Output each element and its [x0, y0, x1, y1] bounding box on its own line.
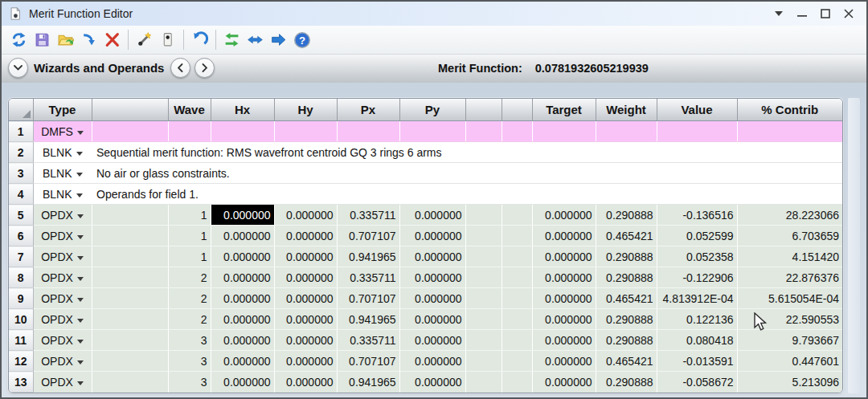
cell-contrib[interactable]: 5.213096 [737, 372, 842, 393]
help-icon[interactable]: ? [290, 28, 313, 51]
collapse-panel-button[interactable] [8, 58, 28, 78]
cell-py[interactable] [399, 121, 465, 142]
row-number[interactable]: 3 [9, 163, 33, 184]
row-number[interactable]: 8 [9, 267, 33, 288]
cell-hx[interactable]: 0.000000 [211, 288, 274, 309]
undo-icon[interactable] [188, 28, 211, 51]
cell-py[interactable]: 0.000000 [399, 309, 465, 330]
type-dropdown[interactable]: OPDX [33, 288, 92, 309]
cell-blank2[interactable] [502, 246, 532, 267]
cell-comment[interactable]: Sequential merit function: RMS wavefront… [92, 142, 842, 163]
window-menu-dropdown-icon[interactable] [771, 6, 787, 22]
nav-next-button[interactable] [194, 58, 215, 78]
cell-blank1[interactable] [465, 351, 502, 372]
cell-wave[interactable]: 3 [168, 330, 211, 351]
cell-hy[interactable]: 0.000000 [274, 267, 337, 288]
col-header-px[interactable]: Px [337, 99, 399, 121]
insert-operand-arrow-icon[interactable] [77, 28, 100, 51]
vertical-scrollbar-track[interactable] [848, 98, 860, 393]
col-header-wave[interactable]: Wave [168, 99, 211, 121]
col-header-weight[interactable]: Weight [596, 99, 657, 121]
nav-prev-button[interactable] [170, 58, 190, 78]
cell-target[interactable]: 0.000000 [532, 288, 596, 309]
cell-wave[interactable]: 1 [168, 205, 211, 226]
cell-hy[interactable]: 0.000000 [274, 205, 337, 226]
row-number[interactable]: 11 [9, 330, 33, 351]
cell-weight[interactable]: 0.290888 [596, 246, 657, 267]
cell-hx[interactable]: 0.000000 [211, 372, 274, 393]
cell-py[interactable]: 0.000000 [399, 330, 465, 351]
cell-target[interactable] [532, 121, 596, 142]
cell-px[interactable]: 0.941965 [337, 309, 399, 330]
cell-target[interactable]: 0.000000 [532, 372, 596, 393]
cell-contrib[interactable]: 6.703659 [737, 226, 842, 246]
cell-wave[interactable]: 2 [168, 288, 211, 309]
cell-weight[interactable]: 0.290888 [596, 267, 657, 288]
cell-param[interactable] [92, 351, 168, 372]
type-dropdown[interactable]: OPDX [33, 267, 92, 288]
cell-blank1[interactable] [465, 205, 502, 226]
col-header-target[interactable]: Target [532, 99, 596, 121]
cell-px[interactable]: 0.941965 [337, 246, 399, 267]
cell-weight[interactable] [596, 121, 657, 142]
cell-wave[interactable]: 1 [168, 226, 211, 246]
cell-hy[interactable]: 0.000000 [274, 351, 337, 372]
cell-blank2[interactable] [502, 309, 532, 330]
col-header-param[interactable] [92, 99, 168, 121]
cell-hx[interactable]: 0.000000 [211, 309, 274, 330]
cell-px[interactable] [337, 121, 399, 142]
cell-blank1[interactable] [465, 267, 502, 288]
wizards-panel-label[interactable]: Wizards and Operands [34, 61, 164, 75]
cell-hy[interactable]: 0.000000 [274, 372, 337, 393]
row-number[interactable]: 10 [9, 309, 33, 330]
cell-px[interactable]: 0.335711 [337, 267, 399, 288]
cell-blank1[interactable] [465, 121, 502, 142]
cell-hy[interactable]: 0.000000 [274, 330, 337, 351]
cell-value[interactable]: 4.813912E-04 [657, 288, 737, 309]
cell-value[interactable]: -0.013591 [657, 351, 737, 372]
cell-value[interactable]: -0.122906 [657, 267, 737, 288]
type-dropdown[interactable]: OPDX [33, 246, 92, 267]
cell-px[interactable]: 0.707107 [337, 288, 399, 309]
cell-value[interactable]: 0.080418 [657, 330, 737, 351]
cell-hx[interactable]: 0.000000 [211, 351, 274, 372]
cell-hy[interactable]: 0.000000 [274, 309, 337, 330]
row-number[interactable]: 6 [9, 226, 33, 246]
col-header-blank1[interactable] [465, 99, 502, 121]
cell-wave[interactable]: 3 [168, 351, 211, 372]
double-arrow-icon[interactable] [244, 28, 267, 51]
col-header-blank2[interactable] [502, 99, 532, 121]
cell-target[interactable]: 0.000000 [532, 205, 596, 226]
cell-px[interactable]: 0.335711 [337, 330, 399, 351]
cell-value[interactable]: -0.136516 [657, 205, 737, 226]
type-dropdown[interactable]: OPDX [33, 351, 92, 372]
cell-weight[interactable]: 0.465421 [596, 288, 657, 309]
type-dropdown[interactable]: OPDX [33, 330, 92, 351]
cell-contrib[interactable]: 0.447601 [737, 351, 842, 372]
type-dropdown[interactable]: OPDX [33, 205, 92, 226]
cell-param[interactable] [92, 309, 168, 330]
cell-blank2[interactable] [502, 351, 532, 372]
cell-value[interactable] [657, 121, 737, 142]
cell-hx[interactable]: 0.000000 [211, 205, 274, 226]
cell-comment[interactable]: No air or glass constraints. [92, 163, 842, 184]
cell-wave[interactable]: 1 [168, 246, 211, 267]
cell-blank1[interactable] [465, 309, 502, 330]
cell-blank1[interactable] [465, 372, 502, 393]
col-header-hy[interactable]: Hy [274, 99, 337, 121]
cell-blank2[interactable] [502, 267, 532, 288]
cell-hx[interactable]: 0.000000 [211, 226, 274, 246]
cell-blank2[interactable] [502, 205, 532, 226]
cell-value[interactable]: -0.058672 [657, 372, 737, 393]
cell-param[interactable] [92, 330, 168, 351]
cell-px[interactable]: 0.335711 [337, 205, 399, 226]
cell-param[interactable] [92, 267, 168, 288]
cell-target[interactable]: 0.000000 [532, 267, 596, 288]
cell-weight[interactable]: 0.465421 [596, 351, 657, 372]
cell-value[interactable]: 0.122136 [657, 309, 737, 330]
row-number[interactable]: 12 [9, 351, 33, 372]
cell-contrib[interactable]: 22.590553 [737, 309, 842, 330]
cell-blank1[interactable] [465, 246, 502, 267]
titlebar[interactable]: Merit Function Editor [2, 2, 866, 26]
type-dropdown[interactable]: BLNK [33, 184, 92, 205]
